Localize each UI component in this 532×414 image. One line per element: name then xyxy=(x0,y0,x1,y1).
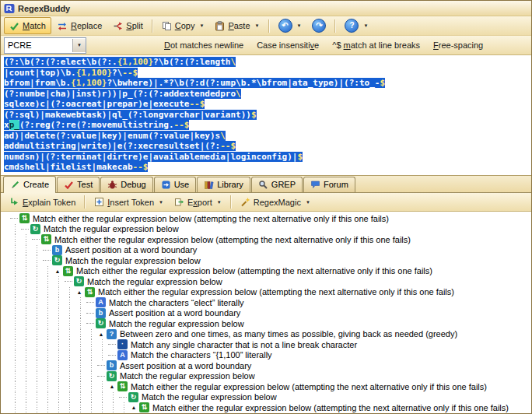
option-case-insensitive[interactable]: Case insensitive xyxy=(257,40,319,50)
flavor-select[interactable]: PCRE ▼ xyxy=(4,37,86,54)
expand-triangle-icon[interactable]: ▲ xyxy=(97,329,105,339)
tab-use[interactable]: Use xyxy=(154,177,197,192)
regexmagic-dropdown-caret[interactable]: ▼ xyxy=(306,200,310,205)
tree-guide xyxy=(75,339,86,350)
expand-triangle-icon[interactable]: ▲ xyxy=(75,287,83,297)
tree-guide xyxy=(10,255,21,266)
copy-icon xyxy=(162,21,172,31)
copy-dropdown-caret[interactable]: ▼ xyxy=(199,23,204,28)
tree-connector xyxy=(97,365,105,366)
tree-guide xyxy=(21,350,32,361)
tab-label: Use xyxy=(174,180,190,189)
paste-dropdown-caret[interactable]: ▼ xyxy=(255,23,260,28)
tree-guide xyxy=(32,350,43,361)
tree-row[interactable]: ▲⇅Match either the regular expression be… xyxy=(1,266,531,277)
undo-button[interactable]: ↶ ▼ xyxy=(273,17,307,34)
tree-guide xyxy=(21,392,32,403)
expand-triangle-icon[interactable]: ▲ xyxy=(108,381,116,391)
group-icon: ↻ xyxy=(30,224,40,234)
expand-triangle-icon[interactable]: ▲ xyxy=(130,402,138,412)
tree-row[interactable]: ⇅Match either the regular expression bel… xyxy=(1,234,531,245)
tree-row[interactable]: ↻Match the regular expression below xyxy=(1,371,531,382)
undo-dropdown-caret[interactable]: ▼ xyxy=(297,23,302,28)
insert-token-button[interactable]: Insert Token ▼ xyxy=(89,194,169,211)
tree-row[interactable]: ↻Match the regular expression below xyxy=(1,318,531,329)
title-bar[interactable]: RegexBuddy xyxy=(1,1,531,16)
regex-line: ad)|delete(?:value|key)|enum(?:value|key… xyxy=(4,131,528,142)
insert-token-dropdown-caret[interactable]: ▼ xyxy=(159,200,163,205)
tree-guide xyxy=(21,234,32,245)
regex-editor[interactable]: (?:\b(?:(?:elect\b(?:.{1,100}?\b(?:(?:le… xyxy=(1,55,531,176)
tree-guide xyxy=(65,297,75,308)
toolbar-separator xyxy=(334,19,336,33)
tree-row[interactable]: ↻Match the regular expression below xyxy=(1,224,531,235)
tab-grep[interactable]: GREP xyxy=(251,177,303,192)
tree-row[interactable]: bAssert position at a word boundary xyxy=(1,308,531,319)
tree-guide xyxy=(75,381,86,392)
export-dropdown-caret[interactable]: ▼ xyxy=(217,200,222,205)
tree-row[interactable]: ↻Match the regular expression below xyxy=(1,392,531,403)
tree-guide xyxy=(32,329,43,340)
tree-guide xyxy=(65,287,75,298)
tree-guide xyxy=(75,402,86,413)
create-toolbar: Explain Token Insert Token ▼ Export ▼ Re… xyxy=(1,193,531,212)
tab-library[interactable]: Library xyxy=(197,177,250,192)
split-label: Split xyxy=(126,21,142,30)
explain-tree[interactable]: ⇅Match either the regular expression bel… xyxy=(1,212,531,413)
match-button[interactable]: Match xyxy=(4,17,51,34)
option-free-spacing[interactable]: Free-spacing xyxy=(433,40,483,50)
test-icon xyxy=(64,180,74,190)
tree-guide xyxy=(119,402,130,413)
toolbar-separator xyxy=(230,195,232,209)
export-button[interactable]: Export ▼ xyxy=(169,194,227,211)
tab-forum[interactable]: Forum xyxy=(303,177,355,192)
tree-guide xyxy=(10,234,21,245)
option-dot-matches-newline[interactable]: Dot matches newline xyxy=(164,40,243,50)
regexmagic-button[interactable]: RegexMagic ▼ xyxy=(235,194,316,211)
tree-guide xyxy=(43,266,54,277)
regex-line: bfrom|from\b.{1,100}?\bwhere)|.*?\b(?:d(… xyxy=(4,78,528,89)
redo-icon: ↷ xyxy=(312,19,326,33)
help-button[interactable]: ? ▼ xyxy=(339,17,373,34)
tree-row[interactable]: AMatch the characters “length” literally xyxy=(1,413,531,414)
tree-connector xyxy=(108,355,116,356)
replace-button[interactable]: Replace xyxy=(51,17,107,34)
tree-row[interactable]: ↻Match the regular expression below xyxy=(1,276,531,287)
tree-connector xyxy=(32,239,40,240)
tree-guide xyxy=(21,245,32,256)
tree-row[interactable]: ▲⇅Match either the regular expression be… xyxy=(1,381,531,392)
tree-row[interactable]: AMatch the characters “elect” literally xyxy=(1,297,531,308)
paste-button[interactable]: Paste ▼ xyxy=(209,17,264,34)
tab-test[interactable]: Test xyxy=(57,177,100,192)
flavor-dropdown-arrow-icon[interactable]: ▼ xyxy=(72,39,86,52)
tree-guide xyxy=(65,402,75,413)
tab-debug[interactable]: Debug xyxy=(100,177,152,192)
tab-create[interactable]: Create xyxy=(3,176,56,193)
tree-guide xyxy=(65,350,75,361)
tree-guide xyxy=(65,413,75,414)
tree-row[interactable]: ·Match any single character that is not … xyxy=(1,339,531,350)
tree-row[interactable]: ▲⇅Match either the regular expression be… xyxy=(1,402,531,413)
copy-button[interactable]: Copy ▼ xyxy=(156,17,210,34)
group-icon: ↻ xyxy=(74,276,84,286)
tree-row[interactable]: AMatch the characters “{1,100” literally xyxy=(1,350,531,361)
tree-guide xyxy=(54,381,65,392)
tree-row[interactable]: bAssert position at a word boundary xyxy=(1,360,531,371)
help-dropdown-caret[interactable]: ▼ xyxy=(363,23,368,28)
tree-row-text: Match either the regular expression belo… xyxy=(131,382,487,391)
redo-button[interactable]: ↷ xyxy=(306,17,331,34)
insert-token-icon xyxy=(94,197,104,207)
tree-guide xyxy=(32,266,43,277)
tree-row[interactable]: ▲?Between zero and one times, as many ti… xyxy=(1,329,531,340)
expand-triangle-icon[interactable]: ▲ xyxy=(54,266,61,276)
tree-guide xyxy=(130,413,141,414)
tree-row[interactable]: bAssert position at a word boundary xyxy=(1,245,531,256)
explain-token-button[interactable]: Explain Token xyxy=(4,194,81,211)
tree-row[interactable]: ↻Match the regular expression below xyxy=(1,255,531,266)
tree-row[interactable]: ⇅Match either the regular expression bel… xyxy=(1,213,531,224)
main-toolbar: Match Replace Split Copy ▼ Paste ▼ ↶ ▼ ↷ xyxy=(1,16,531,36)
tree-row[interactable]: ▲⇅Match either the regular expression be… xyxy=(1,287,531,298)
split-button[interactable]: Split xyxy=(107,17,148,34)
option-caret-dollar-match-at-line-breaks[interactable]: ^$ match at line breaks xyxy=(332,40,420,50)
word-boundary-icon: b xyxy=(52,245,62,255)
